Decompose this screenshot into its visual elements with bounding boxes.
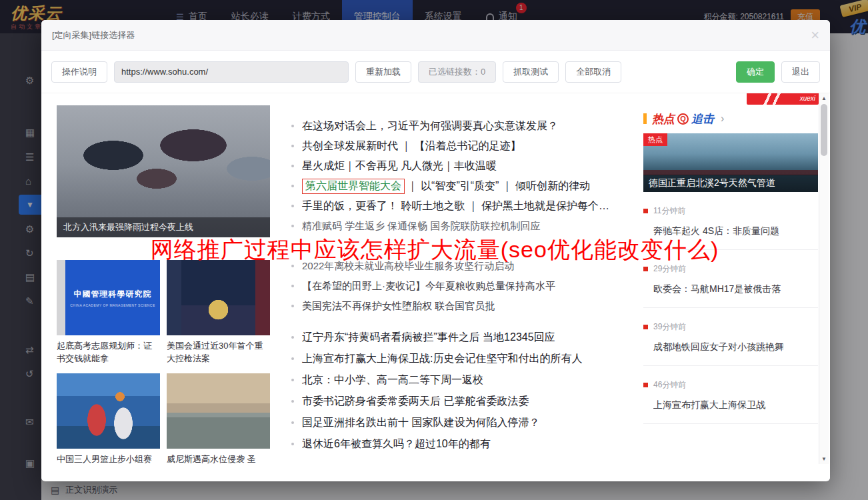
bullet-dot (291, 357, 294, 360)
headline-link[interactable]: 市委书记跻身省委常委两天后 已掌舵省委政法委 (291, 391, 643, 412)
news-image-us-congress (167, 260, 270, 335)
link-selector-modal: [定向采集]链接选择器 × 操作说明 重新加载 已选链接数：0 抓取测试 全部取… (41, 20, 830, 481)
hot-main-story[interactable]: 热点 德国正重启北溪2号天然气管道 (643, 133, 818, 192)
close-icon[interactable]: × (811, 28, 819, 43)
app-screen: 优采云 自动文章采集器 ☰ 首页 站长必读 计费方式 管理控制台 系统设置 (0, 0, 868, 500)
modal-toolbar: 操作说明 重新加载 已选链接数：0 抓取测试 全部取消 确定 退出 (41, 51, 830, 93)
bullet-dot (291, 205, 294, 207)
news-card[interactable]: 中國管理科學研究院 CHINA ACADEMY OF MANAGEMENT SC… (57, 260, 160, 365)
headline-text: 市委书记跻身省委常委两天后 已掌舵省委政法委 (302, 395, 529, 409)
promo-banner[interactable]: xuexi (747, 93, 819, 105)
headline-link[interactable]: 精准赋码 学生返乡 保通保畅 国务院联防联控机制回应 (291, 216, 643, 236)
news-card[interactable]: 美国会通过近30年首个重大控枪法案 (167, 260, 270, 365)
headline-link[interactable]: 国足亚洲排名跌出前十 国家队建设为何陷入停滞？ (291, 412, 643, 433)
hot-item-time: 11分钟前 (653, 205, 685, 217)
hot-list-item[interactable]: 29分钟前 欧委会：马航MH17是被俄击落 (643, 250, 818, 308)
headline-text: 北京：中小学、高一高二等下周一返校 (302, 373, 483, 387)
hot-badge: 热点 (643, 133, 667, 146)
bullet-dot (291, 379, 294, 381)
news-card[interactable]: 威尼斯遇高水位侵袭 圣 (167, 373, 270, 465)
carousel-main-photo[interactable]: 北方入汛来最强降雨过程今夜上线 (57, 105, 270, 237)
exit-button[interactable]: 退出 (781, 61, 820, 83)
hot-title-right: 追击 (691, 111, 714, 127)
selected-link-box[interactable]: 第六届世界智能大会 (302, 179, 405, 194)
headline-link-selected[interactable]: 第六届世界智能大会 ｜ 以“智变”引“质变” ｜ 倾听创新的律动 (291, 176, 643, 196)
orange-bar-icon (643, 113, 647, 124)
modal-header: [定向采集]链接选择器 × (41, 20, 830, 51)
bullet-dot (291, 125, 294, 127)
card-caption: 威尼斯遇高水位侵袭 圣 (167, 453, 270, 465)
hot-news-panel: 热点 Q 追击 › 热点 德国正重启北溪2号天然气管道 11分钟前 奔驰车起火 … (643, 112, 818, 424)
hot-item-time-row: 46分钟前 (643, 379, 818, 391)
grab-test-button[interactable]: 抓取测试 (503, 61, 559, 83)
hot-list-item[interactable]: 39分钟前 成都地铁回应女子对小孩跳艳舞 (643, 308, 818, 366)
carousel-caption: 北方入汛来最强降雨过程今夜上线 (57, 217, 270, 237)
help-button[interactable]: 操作说明 (51, 61, 107, 83)
bullet-dot (291, 145, 294, 147)
hot-logo-icon: Q (677, 113, 689, 125)
image-title: 中國管理科學研究院 (74, 289, 152, 300)
red-square-icon (643, 325, 648, 329)
hot-item-time: 46分钟前 (653, 379, 686, 391)
headline-text: 共创全球发展新时代 ｜ 【沿着总书记的足迹】 (302, 139, 521, 153)
modal-title: [定向采集]链接选择器 (52, 29, 135, 41)
card-caption: 中国三人男篮止步小组赛 (57, 453, 160, 465)
hot-main-caption: 德国正重启北溪2号天然气管道 (643, 175, 818, 192)
headline-link[interactable]: 星火成炬｜不舍再见 凡人微光｜丰收温暖 (291, 156, 643, 176)
hot-item-time-row: 11分钟前 (643, 205, 818, 217)
headline-link[interactable]: 辽宁丹东“持黄码者看病被拦”事件之后 当地12345回应 (291, 327, 643, 348)
embedded-webpage: xuexi 北方入汛来最强降雨过程今夜上线 中國管理科學研究院 CHINA AC… (41, 93, 830, 480)
headline-text: 美国宪法不再保护女性堕胎权 联合国官员批 (302, 300, 495, 313)
hot-list-item[interactable]: 46分钟前 上海宣布打赢大上海保卫战 (643, 366, 818, 424)
page-scrollbar[interactable]: ▲ ▼ (819, 93, 829, 464)
headline-text: 辽宁丹东“持黄码者看病被拦”事件之后 当地12345回应 (302, 331, 555, 345)
headline-text: 上海宣布打赢大上海保卫战:历史会记住坚守和付出的所有人 (302, 352, 582, 366)
headline-text: 星火成炬｜不舍再见 凡人微光｜丰收温暖 (302, 159, 497, 173)
headline-text: 在这场对话会上，习近平为何强调要真心实意谋发展？ (302, 119, 558, 133)
news-image-basketball (57, 373, 160, 449)
headline-link[interactable]: 共创全球发展新时代 ｜ 【沿着总书记的足迹】 (291, 136, 643, 156)
news-card[interactable]: 中国三人男篮止步小组赛 (57, 373, 160, 465)
bullet-dot (291, 185, 294, 187)
bullet-dot (291, 421, 294, 424)
headline-link[interactable]: 手里的饭，更香了！ 聆听土地之歌 ｜ 保护黑土地就是保护每个… (291, 196, 643, 216)
headline-link[interactable]: 【在希望的田野上·麦收记】今年夏粮收购总量保持高水平 (291, 276, 643, 296)
bullet-dot (291, 225, 294, 227)
hot-item-title: 成都地铁回应女子对小孩跳艳舞 (653, 341, 818, 353)
red-square-icon (643, 383, 648, 387)
url-input[interactable] (114, 61, 349, 83)
red-square-icon (643, 267, 648, 271)
hot-item-title: 欧委会：马航MH17是被俄击落 (653, 283, 818, 295)
headline-link[interactable]: 退休近6年被查算久吗？超过10年的都有 (291, 433, 643, 455)
reload-button[interactable]: 重新加载 (355, 61, 411, 83)
headline-text: ｜ 以“智变”引“质变” ｜ 倾听创新的律动 (407, 179, 590, 193)
headline-text: 国足亚洲排名跌出前十 国家队建设为何陷入停滞？ (302, 416, 539, 430)
bullet-dot (291, 265, 294, 267)
scroll-down-icon[interactable]: ▼ (819, 456, 829, 462)
confirm-button[interactable]: 确定 (736, 61, 775, 83)
scroll-up-icon[interactable]: ▲ (819, 95, 829, 101)
chevron-right-icon: › (721, 113, 724, 125)
headline-link[interactable]: 2022年离校未就业高校毕业生服务攻坚行动启动 (291, 256, 643, 276)
headline-link[interactable]: 美国宪法不再保护女性堕胎权 联合国官员批 (291, 296, 643, 316)
cancel-all-button[interactable]: 全部取消 (565, 61, 621, 83)
headline-link[interactable]: 在这场对话会上，习近平为何强调要真心实意谋发展？ (291, 116, 643, 136)
hot-title-left: 热点 (652, 111, 675, 127)
promo-banner-text: xuexi (800, 95, 815, 102)
headline-text: 【在希望的田野上·麦收记】今年夏粮收购总量保持高水平 (302, 280, 555, 293)
headline-link[interactable]: 北京：中小学、高一高二等下周一返校 (291, 369, 643, 391)
headline-link[interactable]: 上海宣布打赢大上海保卫战:历史会记住坚守和付出的所有人 (291, 348, 643, 369)
bullet-dot (291, 443, 294, 445)
hot-list-item[interactable]: 11分钟前 奔驰车起火 4S店：非质量问题 (643, 192, 818, 250)
hot-item-time-row: 39分钟前 (643, 321, 818, 333)
card-caption: 美国会通过近30年首个重大控枪法案 (167, 339, 270, 365)
red-square-icon (643, 209, 648, 213)
card-caption: 起底高考志愿规划师：证书交钱就能拿 (57, 339, 160, 365)
bullet-dot (291, 165, 294, 167)
scrollbar-thumb[interactable] (821, 104, 827, 156)
hot-item-title: 上海宣布打赢大上海保卫战 (653, 399, 818, 411)
bullet-dot (291, 305, 294, 307)
hot-panel-header[interactable]: 热点 Q 追击 › (643, 112, 818, 125)
hot-item-title: 奔驰车起火 4S店：非质量问题 (653, 225, 818, 237)
hot-item-time-row: 29分钟前 (643, 263, 818, 275)
